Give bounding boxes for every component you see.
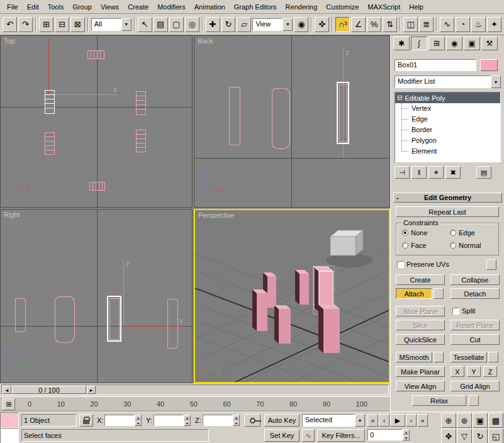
selection-lock-toggle-button[interactable] <box>79 414 93 427</box>
window-crossing-toggle-button[interactable]: ◎ <box>185 17 199 32</box>
tab-modify[interactable]: ∫ <box>411 36 427 50</box>
render-setup-button[interactable]: ♨ <box>471 17 486 32</box>
unlink-selection-button[interactable]: ⊟ <box>55 17 69 32</box>
current-frame-field[interactable]: 0 <box>367 429 403 440</box>
select-and-scale-button[interactable]: ▱ <box>237 17 251 32</box>
viewport-label-right[interactable]: Right <box>4 211 20 218</box>
time-slider-next-arrow[interactable]: ▸ <box>87 386 96 394</box>
align-button[interactable]: ≣ <box>419 17 434 32</box>
zoom-button[interactable]: ⊕ <box>441 413 456 428</box>
time-slider-handle[interactable]: 0 / 100 <box>12 386 86 394</box>
tessellate-settings-button[interactable] <box>488 352 498 362</box>
right-viewport-canvas[interactable]: z y z y <box>1 210 192 383</box>
menu-item-file[interactable]: File <box>3 1 23 13</box>
collapse-button[interactable]: Collapse <box>451 274 500 285</box>
go-to-start-button[interactable]: « <box>367 414 378 427</box>
modifier-list-dropdown[interactable]: Modifier List ▼ <box>395 76 501 88</box>
constraint-normal-radio[interactable]: Normal <box>450 242 481 249</box>
field-of-view-button[interactable]: ▽ <box>457 429 472 443</box>
viewport-top[interactable]: x <box>0 35 193 208</box>
show-end-result-button[interactable]: ‖ <box>412 166 427 179</box>
preserve-uvs-settings-button[interactable] <box>486 259 496 270</box>
auto-key-button[interactable]: Auto Key <box>264 414 300 427</box>
viewport-label-back[interactable]: Back <box>198 37 213 45</box>
viewport-right[interactable]: z y z y Right <box>0 209 193 383</box>
angle-snap-button[interactable]: ∠ <box>351 17 366 32</box>
menu-item-help[interactable]: Help <box>405 1 428 13</box>
mirror-button[interactable]: ◫ <box>403 17 418 32</box>
selection-set-dropdown[interactable]: Selected ▼ <box>302 414 365 427</box>
cut-button[interactable]: Cut <box>451 334 500 345</box>
use-pivot-center-button[interactable]: ◉ <box>294 17 308 32</box>
min-max-toggle-button[interactable]: ◱ <box>488 429 503 443</box>
make-planar-z-button[interactable]: Z <box>483 366 497 377</box>
spinner-down-icon[interactable]: ▾ <box>233 420 240 426</box>
set-key-button[interactable]: Set Key <box>264 429 300 442</box>
viewport-perspective-active[interactable]: z x y Perspective <box>194 209 390 383</box>
select-and-rotate-button[interactable]: ↻ <box>221 17 236 32</box>
maxscript-mini-listener[interactable] <box>0 428 19 443</box>
viewport-back[interactable]: z z x Back <box>194 35 390 208</box>
menu-item-edit[interactable]: Edit <box>23 1 43 13</box>
time-slider-prev-arrow[interactable]: ◂ <box>3 386 11 394</box>
attach-button-active[interactable]: Attach <box>396 288 432 299</box>
x-coordinate-spinner[interactable]: ▴ ▾ <box>135 415 142 426</box>
split-checkbox[interactable]: Split <box>452 307 475 315</box>
top-viewport-canvas[interactable]: x <box>1 36 192 207</box>
back-viewport-canvas[interactable]: z z x <box>194 36 389 207</box>
percent-snap-button[interactable]: % <box>367 17 381 32</box>
material-editor-button[interactable]: ◔ <box>456 17 470 32</box>
make-planar-y-button[interactable]: Y <box>467 366 481 377</box>
make-planar-button[interactable]: Make Planar <box>396 366 445 377</box>
reference-coordinate-dropdown[interactable]: View ▼ <box>252 18 293 31</box>
menu-item-tools[interactable]: Tools <box>43 1 69 13</box>
repeat-last-button[interactable]: Repeat Last <box>396 206 499 217</box>
key-filters-button[interactable]: Key Filters... <box>317 429 365 442</box>
snaps-toggle-button[interactable]: ∩³ <box>335 17 350 32</box>
play-animation-button[interactable]: ▶ <box>390 414 405 427</box>
menu-item-graph-editors[interactable]: Graph Editors <box>230 1 281 13</box>
y-coordinate-field[interactable] <box>154 415 184 426</box>
spinner-up-icon[interactable]: ▴ <box>135 415 142 420</box>
z-coordinate-spinner[interactable]: ▴ ▾ <box>233 415 240 426</box>
selection-filter-dropdown[interactable]: All ▼ <box>91 18 132 31</box>
menu-item-group[interactable]: Group <box>68 1 96 13</box>
create-button[interactable]: Create <box>396 274 445 285</box>
rectangular-selection-region-button[interactable]: ▢ <box>169 17 184 32</box>
menu-item-views[interactable]: Views <box>96 1 123 13</box>
perspective-viewport-canvas[interactable]: z x y <box>195 210 389 382</box>
spinner-down-icon[interactable]: ▾ <box>184 420 191 426</box>
tab-display[interactable]: ▣ <box>464 36 480 50</box>
select-and-link-button[interactable]: ⊞ <box>39 17 53 32</box>
relax-settings-button[interactable] <box>469 395 479 406</box>
curve-editor-button[interactable]: ∿ <box>440 17 454 32</box>
spinner-down-icon[interactable]: ▾ <box>135 420 142 426</box>
track-bar[interactable]: ⊞ 0 10 20 30 40 50 60 70 80 90 100 <box>0 396 390 412</box>
chevron-down-icon[interactable]: ▼ <box>283 18 293 31</box>
select-and-manipulate-button[interactable]: ✜ <box>315 17 329 32</box>
msmooth-settings-button[interactable] <box>434 352 444 362</box>
next-frame-button[interactable]: › <box>406 414 417 427</box>
quick-render-button[interactable]: ✦ <box>487 17 501 32</box>
spinner-snap-button[interactable]: ⇅ <box>383 17 397 32</box>
constraint-none-radio[interactable]: None <box>402 229 427 237</box>
tessellate-button[interactable]: Tessellate <box>451 352 487 362</box>
detach-button[interactable]: Detach <box>451 288 500 299</box>
bind-to-spacewarp-button[interactable]: ⊠ <box>70 17 85 32</box>
go-to-end-button[interactable]: » <box>417 414 428 427</box>
time-slider-track[interactable]: ◂ 0 / 100 ▸ <box>1 384 389 395</box>
menu-item-maxscript[interactable]: MAXScript <box>363 1 405 13</box>
set-keys-button[interactable] <box>244 414 260 427</box>
msmooth-button[interactable]: MSmooth <box>396 352 432 362</box>
zoom-extents-all-button[interactable]: ▩ <box>488 413 503 428</box>
spinner-up-icon[interactable]: ▴ <box>233 415 240 420</box>
tab-hierarchy[interactable]: ⊞ <box>428 36 445 50</box>
grid-align-button[interactable]: Grid Align <box>451 381 500 391</box>
quickslice-button[interactable]: QuickSlice <box>396 334 445 345</box>
tab-utilities[interactable]: ⚒ <box>481 36 498 50</box>
chevron-down-icon[interactable]: ▼ <box>355 414 365 427</box>
previous-frame-button[interactable]: ‹ <box>379 414 389 427</box>
stack-item-border[interactable]: Border <box>395 125 500 135</box>
chevron-down-icon[interactable]: ▼ <box>121 18 132 31</box>
object-color-swatch[interactable] <box>480 59 498 71</box>
